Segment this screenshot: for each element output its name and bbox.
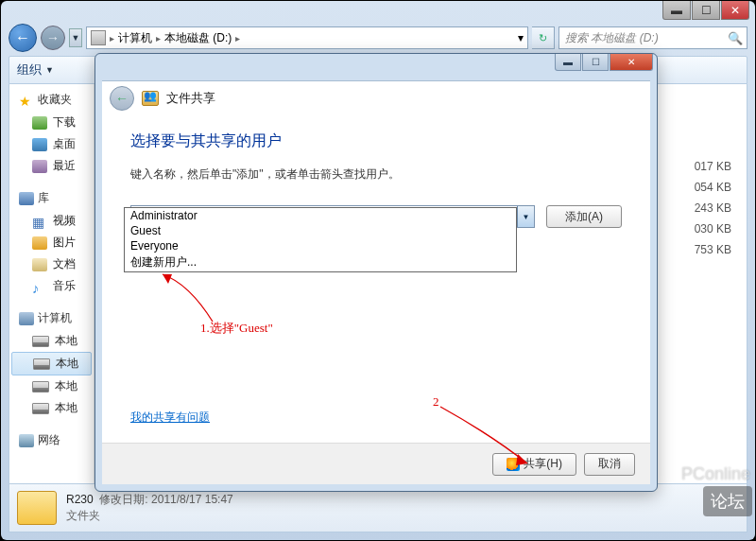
document-icon [32, 258, 47, 271]
dialog-minimize-button[interactable]: ▬ [555, 54, 581, 71]
picture-icon [32, 236, 47, 250]
file-size: 017 KB [695, 156, 731, 177]
file-size: 243 KB [695, 198, 731, 218]
dialog-back-button[interactable]: ← [110, 86, 134, 111]
sidebar-libraries-header[interactable]: 库 [9, 188, 94, 210]
sidebar-item-drive[interactable]: 本地 [9, 330, 94, 352]
music-icon: ♪ [32, 280, 47, 293]
sidebar-item-desktop[interactable]: 桌面 [9, 133, 94, 155]
dropdown-option-everyone[interactable]: Everyone [125, 238, 516, 253]
cancel-button[interactable]: 取消 [584, 453, 635, 476]
sidebar-computer-header[interactable]: 计算机 [9, 308, 94, 330]
breadcrumb-sep-icon: ▸ [235, 33, 240, 44]
share-button-label: 共享(H) [524, 456, 562, 472]
address-bar[interactable]: ▸ 计算机 ▸ 本地磁盘 (D:) ▸ ▾ [86, 26, 528, 49]
recent-icon [32, 160, 47, 173]
file-size: 753 KB [695, 239, 731, 260]
sidebar-label: 最近 [53, 158, 76, 174]
sidebar-label: 桌面 [53, 136, 76, 152]
nav-back-button[interactable]: ← [9, 24, 37, 52]
drive-icon [32, 403, 49, 414]
drive-icon [33, 358, 50, 370]
drive-icon [32, 336, 49, 347]
video-icon: ▦ [32, 215, 47, 228]
sidebar-item-drive[interactable]: 本地 [9, 375, 94, 397]
address-drop-icon[interactable]: ▾ [518, 31, 524, 44]
search-icon: 🔍 [728, 31, 741, 44]
selected-name: R230 [66, 493, 94, 506]
add-button[interactable]: 添加(A) [546, 205, 622, 228]
refresh-button[interactable]: ↻ [532, 26, 555, 49]
dialog-maximize-button[interactable]: ☐ [582, 54, 609, 71]
share-button[interactable]: 共享(H) [492, 453, 576, 476]
nav-history-dropdown[interactable]: ▼ [69, 28, 82, 47]
file-sharing-dialog: ▬ ☐ ✕ ← 文件共享 选择要与其共享的用户 键入名称，然后单击"添加"，或者… [94, 53, 658, 492]
breadcrumb-sep-icon: ▸ [156, 33, 161, 44]
breadcrumb-seg-computer[interactable]: 计算机 [118, 30, 152, 46]
dialog-instruction: 键入名称，然后单击"添加"，或者单击箭头查找用户。 [130, 166, 622, 183]
dialog-close-button[interactable]: ✕ [610, 54, 653, 71]
sidebar-label: 文档 [53, 256, 76, 272]
date-label: 修改日期: [99, 493, 147, 506]
dialog-title: 选择要与其共享的用户 [130, 131, 622, 151]
dialog-header: ← 文件共享 [102, 80, 650, 114]
organize-menu[interactable]: 组织 [17, 61, 42, 79]
sidebar-label: 计算机 [38, 310, 72, 326]
file-size-column: 017 KB 054 KB 243 KB 030 KB 753 KB [695, 156, 731, 260]
sidebar-label: 收藏夹 [38, 92, 72, 108]
help-link[interactable]: 我的共享有问题 [130, 410, 210, 424]
breadcrumb-seg-drive[interactable]: 本地磁盘 (D:) [164, 30, 232, 46]
sidebar-item-music[interactable]: ♪音乐 [9, 275, 94, 297]
nav-forward-button[interactable]: → [41, 26, 65, 50]
minimize-button[interactable]: ▬ [662, 1, 691, 20]
search-placeholder: 搜索 本地磁盘 (D:) [565, 30, 659, 46]
file-size: 030 KB [695, 218, 731, 239]
download-icon [32, 116, 47, 130]
dialog-body: 选择要与其共享的用户 键入名称，然后单击"添加"，或者单击箭头查找用户。 ▼ 添… [102, 114, 650, 484]
star-icon: ★ [19, 94, 34, 107]
user-dropdown-list: Administrator Guest Everyone 创建新用户... [124, 207, 517, 272]
explorer-navbar: ← → ▼ ▸ 计算机 ▸ 本地磁盘 (D:) ▸ ▾ ↻ 搜索 本地磁盘 (D… [9, 22, 747, 54]
dialog-window-controls: ▬ ☐ ✕ [554, 54, 653, 71]
dialog-footer: 共享(H) 取消 [102, 443, 650, 484]
navigation-pane: ★收藏夹 下载 桌面 最近 库 ▦视频 图片 文档 ♪音乐 计算机 本地 本地 … [9, 84, 94, 483]
explorer-window-controls: ▬ ☐ ✕ [662, 1, 749, 20]
sidebar-item-pictures[interactable]: 图片 [9, 232, 94, 253]
computer-icon [91, 30, 106, 45]
sidebar-label: 库 [38, 190, 49, 206]
search-input[interactable]: 搜索 本地磁盘 (D:) 🔍 [558, 26, 747, 49]
share-folder-icon [142, 91, 159, 106]
close-button[interactable]: ✕ [721, 1, 749, 20]
date-value: 2011/8/17 15:47 [151, 493, 233, 506]
sidebar-item-downloads[interactable]: 下载 [9, 112, 94, 133]
dropdown-option-create-user[interactable]: 创建新用户... [125, 253, 516, 271]
sidebar-label: 本地 [56, 356, 78, 372]
sidebar-label: 视频 [53, 213, 76, 229]
folder-icon [17, 491, 57, 525]
sidebar-label: 下载 [53, 114, 76, 131]
dropdown-option-administrator[interactable]: Administrator [125, 208, 516, 223]
file-size: 054 KB [695, 177, 731, 198]
dropdown-option-guest[interactable]: Guest [125, 223, 516, 238]
dialog-titlebar[interactable]: ▬ ☐ ✕ [95, 54, 657, 80]
item-type: 文件夹 [66, 508, 233, 524]
sidebar-label: 网络 [38, 432, 60, 448]
sidebar-label: 图片 [53, 235, 76, 251]
sidebar-item-videos[interactable]: ▦视频 [9, 210, 94, 232]
maximize-button[interactable]: ☐ [692, 1, 720, 20]
sidebar-item-documents[interactable]: 文档 [9, 253, 94, 275]
desktop-icon [32, 138, 47, 151]
sidebar-network-header[interactable]: 网络 [9, 430, 94, 452]
sidebar-item-drive[interactable]: 本地 [9, 397, 94, 419]
sidebar-item-drive-selected[interactable]: 本地 [11, 352, 92, 375]
share-user-list[interactable] [130, 313, 622, 408]
computer-icon [19, 312, 34, 325]
chevron-down-icon: ▼ [45, 65, 54, 75]
library-icon [19, 192, 34, 205]
explorer-titlebar: ▬ ☐ ✕ [1, 1, 755, 9]
combo-dropdown-button[interactable]: ▼ [517, 206, 534, 227]
sidebar-favorites-header[interactable]: ★收藏夹 [9, 90, 94, 112]
drive-icon [32, 381, 49, 393]
sidebar-label: 本地 [55, 378, 77, 394]
sidebar-item-recent[interactable]: 最近 [9, 155, 94, 177]
